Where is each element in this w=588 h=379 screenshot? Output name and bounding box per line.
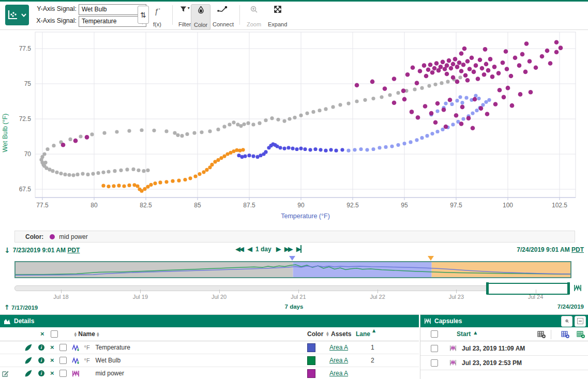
fx-icon: ƒ* xyxy=(154,6,160,16)
timebar-condition-marker[interactable] xyxy=(289,256,295,261)
date-tick-label: Jul 18 xyxy=(46,294,77,300)
remove-icon[interactable]: × xyxy=(50,370,54,376)
date-tick-mark xyxy=(140,290,141,293)
capsules-select-all-checkbox[interactable] xyxy=(431,330,438,338)
capsule-row: Jul 23, 2019 11:09 AM xyxy=(420,341,588,356)
y-axis-signal-label: Y-Axis Signal: xyxy=(33,5,77,12)
svg-text:95: 95 xyxy=(401,202,408,209)
scatter-plot-area[interactable]: 67.57072.57577.577.58082.58587.59092.595… xyxy=(0,29,588,230)
row-checkbox[interactable] xyxy=(59,344,67,351)
toolbar-separator xyxy=(239,5,240,25)
step-back-icon[interactable]: ◀ xyxy=(247,245,251,253)
info-icon[interactable]: i xyxy=(38,344,44,351)
expand-button[interactable]: Expand xyxy=(265,4,290,29)
capsule-time-icon[interactable] xyxy=(574,284,582,292)
zoom-button: Zoom xyxy=(244,4,264,29)
sort-icon[interactable]: ▲▼ xyxy=(97,331,99,337)
rocket-icon[interactable] xyxy=(25,370,32,377)
rocket-icon[interactable] xyxy=(25,344,32,351)
scrollbar-right-handle[interactable] xyxy=(567,282,570,294)
column-name[interactable]: Name xyxy=(78,330,95,338)
x-axis-signal-select[interactable]: Temperature▼ xyxy=(79,16,146,27)
column-color[interactable]: Color xyxy=(307,330,323,338)
y-axis-signal-select[interactable]: Wet Bulb▼ xyxy=(79,4,146,15)
svg-text:85: 85 xyxy=(194,202,201,209)
date-tick-label: Jul 22 xyxy=(362,294,393,300)
remove-icon[interactable]: × xyxy=(50,357,54,363)
fx-button[interactable]: ƒ* f(x) xyxy=(150,4,164,29)
swap-axes-button[interactable]: ⇅ xyxy=(138,6,149,24)
color-swatch[interactable] xyxy=(307,343,315,352)
capsule-checkbox[interactable] xyxy=(431,345,438,352)
edit-icon[interactable] xyxy=(2,370,9,377)
step-forward-many-icon[interactable]: ▶▶ xyxy=(284,245,292,253)
info-icon[interactable]: i xyxy=(38,370,44,376)
capsules-panel-title: Capsules xyxy=(434,317,462,325)
range-end[interactable]: 7/24/2019 xyxy=(557,304,584,310)
display-range-end[interactable]: 7/24/2019 9:01 AM PDT xyxy=(517,246,584,253)
details-panel-title: Details xyxy=(14,317,34,325)
caret-down-icon: ▾ xyxy=(188,6,190,10)
add-signal-table-button[interactable] xyxy=(577,331,585,338)
capsules-zoom-button[interactable] xyxy=(561,316,572,327)
svg-text:82.5: 82.5 xyxy=(140,202,152,209)
y-axis-title: Wet Bulb (°F) xyxy=(2,114,9,153)
display-range-start[interactable]: ↓ 7/23/2019 9:01 AM PDT xyxy=(4,246,80,254)
unit-label: °F xyxy=(84,344,96,351)
svg-text:72.5: 72.5 xyxy=(19,115,32,123)
column-start[interactable]: Start xyxy=(457,330,471,338)
timebar-condition-marker[interactable] xyxy=(428,256,434,261)
asset-link[interactable]: Area A xyxy=(329,357,348,364)
details-column-header: × ▲▼ Name ▲▼ Color ▲▼ Assets Lane ▲ xyxy=(0,327,419,341)
column-lane[interactable]: Lane xyxy=(356,330,370,338)
row-checkbox[interactable] xyxy=(59,370,67,377)
remove-all-icon[interactable]: × xyxy=(40,331,44,337)
row-checkbox[interactable] xyxy=(59,357,67,364)
select-all-checkbox[interactable] xyxy=(51,330,58,338)
lane-value: 2 xyxy=(371,357,374,364)
range-duration[interactable]: 7 days xyxy=(0,304,588,310)
scatter-chart-icon xyxy=(8,10,19,20)
x-axis-title: Temperature (°F) xyxy=(281,213,330,220)
asset-link[interactable]: Area A xyxy=(329,370,348,377)
color-swatch[interactable] xyxy=(307,356,315,365)
rocket-icon[interactable] xyxy=(25,357,32,364)
sort-icon[interactable]: ▲▼ xyxy=(74,331,77,337)
info-icon[interactable]: i xyxy=(38,357,44,363)
capsule-icon xyxy=(449,344,457,352)
add-condition-table-button[interactable] xyxy=(561,331,569,338)
sort-icon[interactable]: ▲▼ xyxy=(326,331,329,336)
scatter-plot-workbench: Y-Axis Signal: Wet Bulb▼ X-Axis Signal: … xyxy=(0,0,588,379)
sort-asc-icon[interactable]: ▲ xyxy=(372,328,375,333)
column-assets[interactable]: Assets xyxy=(331,330,351,338)
remove-icon[interactable]: × xyxy=(50,344,54,351)
scrollbar-left-handle[interactable] xyxy=(486,282,489,294)
capsule-checkbox[interactable] xyxy=(431,359,438,367)
svg-text:97.5: 97.5 xyxy=(450,202,462,209)
scatter-plot-svg: 67.57072.57577.577.58082.58587.59092.595… xyxy=(0,29,588,230)
add-table-button[interactable] xyxy=(537,331,546,338)
color-button[interactable]: Color xyxy=(191,4,210,30)
scatter-plot-view-button[interactable] xyxy=(5,5,29,25)
x-axis-signal-label: X-Axis Signal: xyxy=(33,17,77,24)
svg-text:75: 75 xyxy=(24,80,32,87)
step-to-end-icon[interactable]: ▶ xyxy=(296,245,301,253)
step-back-many-icon[interactable]: ◀◀ xyxy=(235,245,243,253)
date-tick-label: Jul 24 xyxy=(520,294,551,300)
step-forward-icon[interactable]: ▶ xyxy=(276,245,280,253)
trend-timebar[interactable] xyxy=(14,261,571,278)
color-swatch[interactable] xyxy=(307,369,315,378)
asset-link[interactable]: Area A xyxy=(329,344,348,351)
sort-asc-icon[interactable]: ▲ xyxy=(474,330,477,335)
capsules-panel-header: Capsules xyxy=(420,315,588,327)
capsules-collapse-button[interactable] xyxy=(575,316,586,327)
timebar-svg xyxy=(16,262,570,277)
signal-icon xyxy=(72,357,80,364)
step-size-label[interactable]: 1 day xyxy=(255,246,272,253)
color-legend-bar: Color: mid power xyxy=(14,231,575,242)
connect-button[interactable]: Connect xyxy=(210,4,236,29)
row-right-columns: Area A xyxy=(307,367,419,379)
time-scrollbar-selection[interactable] xyxy=(486,283,570,295)
table-row: i×mid powerArea A xyxy=(0,367,419,379)
capsule-icon xyxy=(449,359,457,367)
